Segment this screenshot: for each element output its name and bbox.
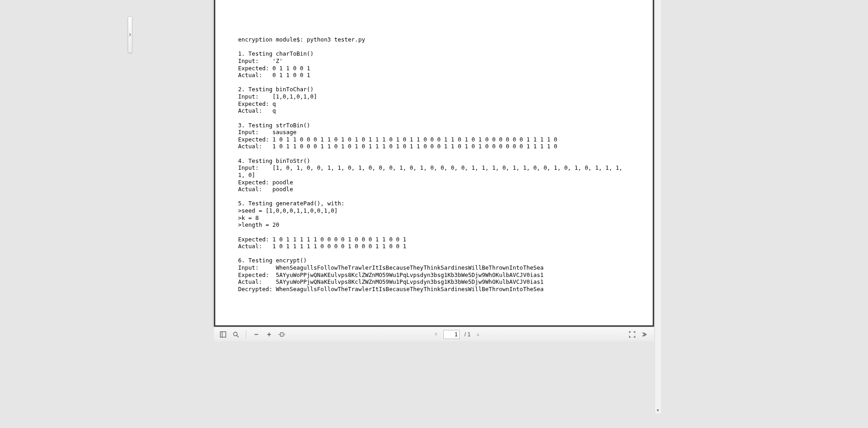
scroll-down-icon: ▾	[655, 408, 661, 412]
svg-rect-7	[281, 333, 283, 336]
prev-page-button[interactable]	[431, 330, 441, 339]
pdf-toolbar: / 1	[214, 327, 654, 341]
search-button[interactable]	[231, 330, 240, 339]
page-navigation: / 1	[431, 330, 482, 339]
page-total-label: / 1	[464, 331, 470, 338]
pdf-viewport: encryption module$: python3 tester.py 1.…	[0, 0, 868, 428]
document-page: encryption module$: python3 tester.py 1.…	[214, 0, 654, 327]
vertical-scrollbar[interactable]: ▾	[655, 0, 661, 413]
next-page-button[interactable]	[473, 330, 483, 339]
svg-rect-0	[220, 332, 226, 337]
svg-line-3	[237, 335, 239, 337]
page-number-input[interactable]	[443, 330, 460, 339]
document-text: encryption module$: python3 tester.py 1.…	[215, 0, 653, 311]
fit-width-button[interactable]	[277, 330, 286, 339]
svg-point-2	[234, 332, 237, 336]
sidebar-toggle-handle[interactable]	[128, 16, 132, 53]
tools-menu-button[interactable]	[640, 330, 650, 339]
zoom-in-button[interactable]	[265, 330, 274, 339]
fullscreen-button[interactable]	[628, 330, 637, 339]
sidebar-toggle-button[interactable]	[218, 330, 228, 339]
zoom-out-button[interactable]	[252, 330, 261, 339]
toolbar-separator	[246, 330, 246, 339]
